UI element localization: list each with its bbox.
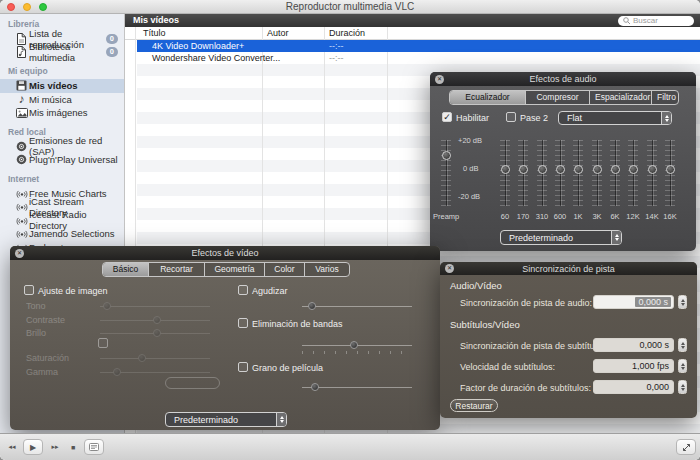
brightness-threshold-checkbox[interactable]: [98, 338, 108, 348]
eq-band-slider-60[interactable]: 60: [499, 140, 511, 206]
radio-stream-icon: [14, 201, 29, 212]
enable-label: Habilitar: [456, 113, 489, 123]
window-title: Reproductor multimedia VLC: [0, 1, 700, 12]
scale-top-label: +20 dB: [458, 136, 482, 145]
eq-band-slider-6k[interactable]: 6K: [609, 140, 621, 206]
enable-checkbox[interactable]: ✓: [442, 112, 452, 122]
sidebar-section-internet: Internet: [8, 174, 124, 184]
scale-mid-label: 0 dB: [463, 164, 478, 173]
play-button[interactable]: ▶: [23, 439, 43, 455]
sidebar-item-upnp[interactable]: Plug'n'Play Universal: [8, 153, 124, 167]
window-titlebar: Reproductor multimedia VLC: [0, 0, 700, 14]
subs-duration-factor-field[interactable]: 0,000: [593, 380, 674, 394]
stop-button[interactable]: ■: [64, 439, 82, 455]
sidebar-item-media-library[interactable]: Biblioteca multimedia 0: [8, 46, 124, 60]
eq-profile-dropdown[interactable]: Predeterminado: [500, 230, 622, 245]
rewind-button[interactable]: ◂◂: [2, 439, 22, 455]
banding-slider[interactable]: [302, 341, 412, 350]
tab-filter[interactable]: Filtro: [652, 91, 678, 104]
banding-checkbox[interactable]: [238, 318, 248, 328]
sidebar-item-label: Mi música: [29, 94, 72, 105]
brightness-slider[interactable]: [100, 329, 210, 338]
eq-band-slider-16k[interactable]: 16K: [664, 140, 676, 206]
fullscreen-button[interactable]: [676, 439, 696, 455]
tab-crop[interactable]: Recortar: [149, 263, 205, 276]
eq-preset-dropdown[interactable]: Flat: [558, 111, 672, 125]
subs-duration-factor-stepper[interactable]: [678, 380, 687, 394]
column-author[interactable]: Autor: [267, 28, 289, 38]
transport-bar: ◂◂ ▶ ▸▸ ■ 00:00: [0, 433, 700, 460]
browser-header-bar: Mis vídeos Buscar: [125, 14, 700, 27]
sharpen-slider[interactable]: [302, 302, 412, 311]
network-broadcast-icon: [14, 154, 29, 165]
grain-label: Grano de película: [252, 363, 323, 373]
eq-band-slider-1k[interactable]: 1K: [572, 140, 584, 206]
table-row[interactable]: Wondershare Video Converter... --:--: [137, 52, 700, 64]
subs-speed-stepper[interactable]: [678, 359, 687, 373]
sidebar-section-my-computer: Mi equipo: [8, 66, 124, 76]
playlist-toggle-button[interactable]: [84, 439, 104, 455]
gamma-slider[interactable]: [100, 368, 210, 377]
sidebar-item-my-pictures[interactable]: Mis imágenes: [8, 106, 124, 120]
grain-checkbox[interactable]: [238, 362, 248, 372]
row-title: Wondershare Video Converter...: [152, 53, 280, 63]
preamp-knob[interactable]: [442, 151, 451, 160]
audio-sync-field[interactable]: 0,000 s: [593, 295, 674, 309]
tab-basic[interactable]: Básico: [103, 263, 149, 276]
column-duration[interactable]: Duración: [329, 28, 365, 38]
subs-sync-stepper[interactable]: [678, 338, 687, 352]
radio-stream-icon: [14, 228, 29, 239]
audio-sync-label: Sincronización de pista de audio:: [460, 298, 592, 308]
hue-label: Tono: [26, 301, 46, 311]
track-sync-window: ✕ Sincronización de pista Audio/Vídeo Si…: [440, 262, 697, 418]
video-effects-title: Efectos de vídeo: [10, 248, 440, 258]
search-placeholder: Buscar: [633, 16, 658, 25]
tab-color[interactable]: Color: [265, 263, 305, 276]
saturation-slider[interactable]: [100, 354, 210, 363]
audio-sync-value: 0,000 s: [635, 297, 671, 307]
eq-band-slider-600[interactable]: 600: [554, 140, 566, 206]
pass2-checkbox[interactable]: [506, 112, 516, 122]
audio-video-section-label: Audio/Vídeo: [450, 280, 502, 291]
sidebar-item-jamendo[interactable]: Jamendo Selections: [8, 227, 124, 241]
subs-sync-field[interactable]: 0,000 s: [593, 338, 674, 352]
tab-compressor[interactable]: Compresor: [526, 91, 590, 104]
tab-spatializer[interactable]: Espacializador: [590, 91, 652, 104]
subs-speed-field[interactable]: 1,000 fps: [593, 359, 674, 373]
sidebar-item-icecast[interactable]: Icecast Radio Directory: [8, 214, 124, 228]
grain-slider[interactable]: [302, 383, 412, 392]
hue-slider[interactable]: [100, 302, 210, 311]
videos-icon: [14, 80, 29, 91]
eq-band-slider-3k[interactable]: 3K: [591, 140, 603, 206]
sidebar-item-label: Biblioteca multimedia: [29, 41, 106, 63]
forward-icon: ▸▸: [51, 443, 58, 451]
subtitles-video-section-label: Subtítulos/Vídeo: [450, 319, 520, 330]
sidebar-item-my-videos[interactable]: Mis vídeos: [0, 79, 124, 93]
tab-misc[interactable]: Varios: [305, 263, 349, 276]
column-title[interactable]: Título: [143, 28, 166, 38]
radio-stream-icon: [14, 188, 29, 199]
forward-button[interactable]: ▸▸: [45, 439, 65, 455]
video-profile-dropdown[interactable]: Predeterminado: [165, 412, 287, 427]
playlist-icon: [89, 443, 99, 451]
audio-sync-stepper[interactable]: [678, 295, 687, 309]
table-row[interactable]: 4K Video Downloader+ --:--: [137, 40, 700, 52]
restore-button[interactable]: Restaurar: [450, 399, 498, 412]
tab-equalizer[interactable]: Ecualizador: [450, 91, 526, 104]
preamp-label: Preamp: [433, 212, 459, 221]
tab-geometry[interactable]: Geometría: [205, 263, 265, 276]
eq-band-slider-170[interactable]: 170: [517, 140, 529, 206]
eq-band-slider-12k[interactable]: 12K: [627, 140, 639, 206]
disabled-reset-button[interactable]: [165, 377, 220, 389]
contrast-slider[interactable]: [100, 316, 210, 325]
search-icon: [623, 17, 631, 25]
sidebar-item-sap[interactable]: Emisiones de red (SAP): [8, 140, 124, 154]
image-adjust-checkbox[interactable]: [24, 285, 34, 295]
sharpen-checkbox[interactable]: [238, 285, 248, 295]
subs-duration-factor-label: Factor de duración de subtítulos:: [460, 383, 591, 393]
eq-band-slider-310[interactable]: 310: [536, 140, 548, 206]
preamp-slider[interactable]: Preamp: [440, 140, 452, 206]
search-input[interactable]: Buscar: [618, 16, 694, 26]
eq-band-slider-14k[interactable]: 14K: [646, 140, 658, 206]
sidebar-item-my-music[interactable]: ♪ Mi música: [8, 93, 124, 107]
